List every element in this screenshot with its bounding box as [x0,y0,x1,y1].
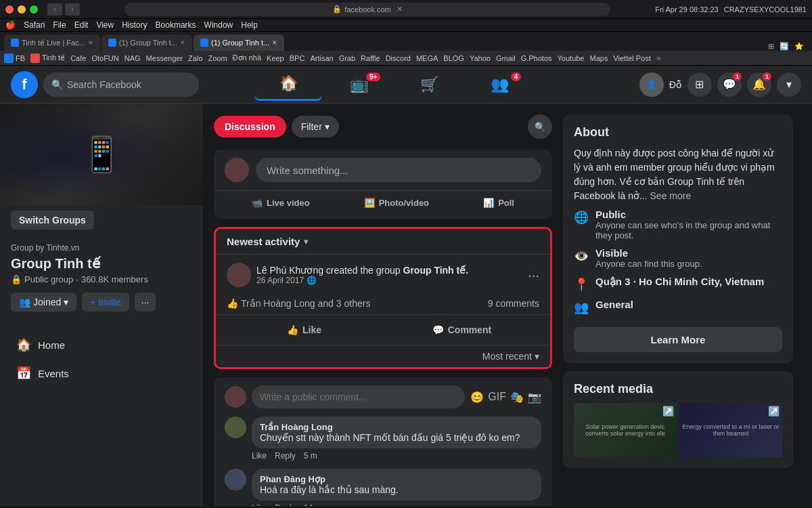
switch-groups-button[interactable]: Switch Groups [11,211,94,230]
live-video-button[interactable]: 📹 Live video [245,194,317,212]
media-grid: ↗️ Solar power generation devic converts… [574,403,782,457]
newest-chevron-icon[interactable]: ▾ [304,236,309,247]
discussion-button[interactable]: Discussion [214,116,286,137]
post-author-name: Lê Phú Khương created the group Group Ti… [256,265,522,276]
bookmark-fb[interactable]: FB [4,54,25,63]
bookmark-yahoo[interactable]: Yahoo [470,54,491,62]
bookmark-gmail[interactable]: Gmail [496,54,516,62]
chevron-down-icon[interactable]: ▾ [777,72,801,97]
comment-like-1[interactable]: Like [252,451,267,461]
bookmark-grab[interactable]: Grab [339,54,355,62]
menu-window[interactable]: Window [204,20,233,30]
write-post-input[interactable]: Write something... [256,158,541,182]
sidebar-item-events[interactable]: 📅 Events [5,359,198,387]
apps-icon[interactable]: ⊞ [687,72,712,97]
address-bar[interactable]: 🔒 facebook.com ✕ [125,3,610,16]
comment-reply-2[interactable]: Reply [275,503,296,506]
bookmark-keep[interactable]: Keep [267,54,284,62]
menu-help[interactable]: Help [241,20,258,30]
messenger-icon[interactable]: 💬 1 [717,72,742,97]
bookmark-maps[interactable]: Maps [590,54,608,62]
filter-button[interactable]: Filter ▾ [292,116,339,137]
nav-marketplace[interactable]: 🛒 [395,68,463,101]
bookmark-otofun[interactable]: OtoFUN [91,54,118,62]
gif-icon[interactable]: GIF [488,391,506,404]
minimize-dot[interactable] [18,5,26,14]
newest-activity-header: Newest activity ▾ [216,229,550,255]
group-actions: 👥 Joined ▾ + Invite ··· [11,293,192,312]
search-button[interactable]: 🔍 [528,114,552,139]
bookmarks-more[interactable]: » [656,53,661,63]
comment-reply-1[interactable]: Reply [275,451,296,461]
maximize-dot[interactable] [30,5,38,14]
menu-apple[interactable]: 🍎 [5,20,16,30]
nav-watch[interactable]: 📺 9+ [325,68,392,101]
comments-section: 😊 GIF 🎭 📷 Trần Hoàng Long Chuyển stt này… [214,377,552,506]
invite-button[interactable]: + Invite [82,293,129,312]
search-icon: 🔍 [535,122,546,132]
bookmark-cafe[interactable]: Cafe [70,54,86,62]
bookmark-zalo[interactable]: Zalo [188,54,202,62]
back-button[interactable]: ‹ [47,3,62,16]
menu-safari[interactable]: Safari [24,20,45,30]
facebook-logo[interactable]: f [11,71,38,98]
people-icon: 👥 [19,297,30,308]
media-thumb-2[interactable]: ↗️ Energy converted to a mi or laser or … [679,403,782,457]
notifications-icon[interactable]: 🔔 1 [747,72,771,97]
sidebar: 📱 Switch Groups Group by Tinhte.vn Group… [0,104,203,506]
menu-edit[interactable]: Edit [74,20,89,30]
learn-more-button[interactable]: Learn More [574,327,782,352]
tab-2[interactable]: (1) Group Tinh t... ✕ [102,35,192,51]
bookmark-nag[interactable]: NAG [125,54,141,62]
sticker-icon[interactable]: 🎭 [510,391,524,404]
bookmark-tinhte[interactable]: Tinh tế [30,54,65,63]
visible-title: Visible [595,247,702,259]
emoji-icon[interactable]: 😊 [470,391,484,404]
mac-time: Fri Apr 29 08:32:23 [655,5,719,14]
post-more-button[interactable]: ··· [528,268,539,283]
joined-button[interactable]: 👥 Joined ▾ [11,293,76,312]
poll-button[interactable]: 📊 Poll [476,194,521,212]
bookmark-youtube[interactable]: Youtube [558,54,585,62]
close-dot[interactable] [5,5,14,14]
see-more-button[interactable]: See more [650,190,692,201]
comment-button[interactable]: 💬 Comment [384,320,539,339]
bookmark-donnha[interactable]: Đơn nhà [233,54,261,62]
comment-like-2[interactable]: Like [252,503,267,506]
bookmark-bpc[interactable]: BPC [290,54,305,62]
bookmark-mega[interactable]: MEGA [416,54,438,62]
user-avatar[interactable]: 👤 [639,72,664,97]
search-icon: 🔍 [51,79,63,90]
more-button[interactable]: ··· [135,293,156,312]
sidebar-item-home[interactable]: 🏠 Home [5,331,198,359]
nav-home[interactable]: 🏠 [254,68,322,101]
bookmark-zoom[interactable]: Zoom [208,54,227,62]
forward-button[interactable]: › [65,3,80,16]
watch-badge: 9+ [366,72,380,81]
comment-icon: 💬 [432,324,444,335]
bookmark-viettelpost[interactable]: Viettel Post [613,54,650,62]
search-bar[interactable]: 🔍 Search Facebook [43,72,199,97]
tab-3-active[interactable]: (1) Group Tinh t... ✕ [194,35,284,51]
bookmark-discord[interactable]: Discord [386,54,411,62]
menu-view[interactable]: View [96,20,114,30]
main-layout: 📱 Switch Groups Group by Tinhte.vn Group… [0,104,812,506]
bookmarks-bar: FB Tinh tế Cafe OtoFUN NAG Messenger Zal… [0,51,812,66]
menu-history[interactable]: History [122,20,147,30]
bookmark-raffle[interactable]: Raffle [361,54,380,62]
camera-icon[interactable]: 📷 [528,391,541,404]
tab-1[interactable]: Tinh tế Live | Fac... ✕ [4,35,100,51]
bookmark-messenger[interactable]: Messenger [146,54,183,62]
comment-input[interactable] [252,385,465,408]
most-recent-chevron-icon[interactable]: ▾ [535,351,539,362]
photo-video-button[interactable]: 🖼️ Photo/video [357,194,436,212]
menu-file[interactable]: File [53,20,66,30]
bookmark-artisan[interactable]: Artisan [310,54,333,62]
menu-bookmarks[interactable]: Bookmarks [156,20,196,30]
bookmark-blog[interactable]: BLOG [443,54,464,62]
media-thumb-1[interactable]: ↗️ Solar power generation devic converts… [574,403,677,457]
like-button[interactable]: 👍 Like [227,320,382,339]
bookmark-gphotos[interactable]: G.Photos [521,54,552,62]
nav-groups[interactable]: 👥 4 [466,68,533,101]
about-column: About Quy định này được post công khai đ… [563,114,793,495]
